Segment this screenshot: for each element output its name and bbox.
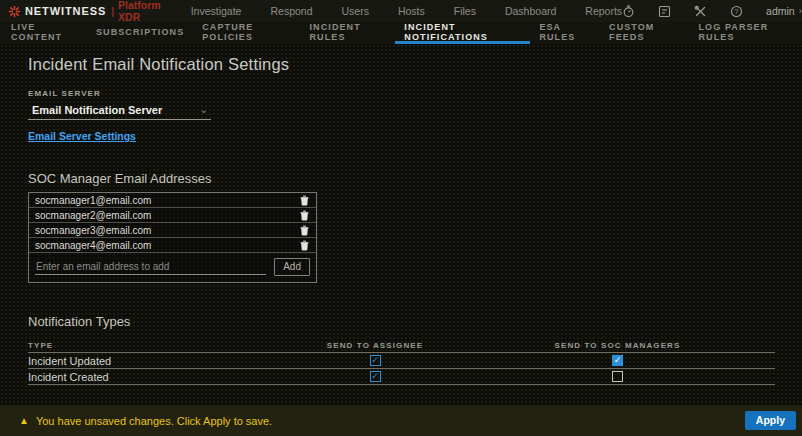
notification-types-table: TYPE SEND TO ASSIGNEE SEND TO SOC MANAGE… <box>28 338 775 385</box>
email-server-selected-value: Email Notification Server <box>32 104 162 116</box>
top-nav-dashboard[interactable]: Dashboard <box>505 5 556 17</box>
tab-live-content[interactable]: LIVE CONTENT <box>2 22 87 44</box>
email-address: socmanager3@email.com <box>35 225 151 236</box>
top-nav-files[interactable]: Files <box>454 5 476 17</box>
notification-type-name: Incident Updated <box>28 355 290 367</box>
column-type: TYPE <box>28 341 290 350</box>
top-nav-reports[interactable]: Reports <box>585 5 622 17</box>
top-nav-respond[interactable]: Respond <box>270 5 312 17</box>
send-to-assignee-checkbox-checked[interactable]: ✓ <box>370 371 381 382</box>
trash-icon[interactable] <box>299 225 310 236</box>
email-list-item: socmanager3@email.com <box>29 223 316 238</box>
chevron-down-icon: ⌄ <box>200 107 208 113</box>
brand-separator: | <box>111 5 114 17</box>
email-address: socmanager1@email.com <box>35 195 151 206</box>
brand-logo: NETWITNESS | Platform XDR <box>8 0 161 23</box>
tab-subscriptions[interactable]: SUBSCRIPTIONS <box>87 22 193 44</box>
help-icon[interactable]: ? <box>730 5 743 18</box>
apply-button[interactable]: Apply <box>745 411 796 430</box>
trash-icon[interactable] <box>299 240 310 251</box>
email-address: socmanager2@email.com <box>35 210 151 221</box>
notification-type-row: Incident Created✓ <box>28 369 775 385</box>
send-to-soc-managers-checkbox-unchecked[interactable] <box>612 371 623 382</box>
brand-name: NETWITNESS <box>25 5 106 17</box>
top-nav-investigate[interactable]: Investigate <box>191 5 242 17</box>
netwitness-spark-icon <box>8 5 21 18</box>
warning-icon: ▲ <box>19 416 29 426</box>
trash-icon[interactable] <box>299 195 310 206</box>
email-address: socmanager4@email.com <box>35 240 151 251</box>
chevron-right-icon: › <box>799 6 802 16</box>
user-menu[interactable]: admin › <box>766 5 802 17</box>
top-nav-hosts[interactable]: Hosts <box>398 5 425 17</box>
email-list-item: socmanager2@email.com <box>29 208 316 223</box>
trash-icon[interactable] <box>299 210 310 221</box>
primary-nav: InvestigateRespondUsersHostsFilesDashboa… <box>191 5 622 17</box>
top-bar: NETWITNESS | Platform XDR InvestigateRes… <box>0 0 802 22</box>
email-list-item: socmanager4@email.com <box>29 238 316 253</box>
email-server-select[interactable]: Email Notification Server ⌄ <box>28 102 211 120</box>
tab-incident-rules[interactable]: INCIDENT RULES <box>301 22 396 44</box>
top-bar-actions: ? admin › <box>622 5 802 18</box>
add-email-button[interactable]: Add <box>274 258 310 276</box>
soc-manager-email-list: socmanager1@email.comsocmanager2@email.c… <box>28 192 317 283</box>
email-input[interactable] <box>35 259 266 275</box>
report-icon[interactable] <box>658 5 671 18</box>
email-list-item: socmanager1@email.com <box>29 193 316 208</box>
tab-log-parser-rules[interactable]: LOG PARSER RULES <box>689 22 800 44</box>
column-send-to-assignee: SEND TO ASSIGNEE <box>290 341 460 350</box>
email-add-row: Add <box>29 253 316 282</box>
timer-icon[interactable] <box>622 5 635 18</box>
top-nav-users[interactable]: Users <box>342 5 369 17</box>
brand-product: Platform XDR <box>118 0 161 23</box>
content: Incident Email Notification Settings EMA… <box>0 44 802 385</box>
column-send-to-soc-managers: SEND TO SOC MANAGERS <box>460 341 775 350</box>
notification-type-name: Incident Created <box>28 371 290 383</box>
tab-capture-policies[interactable]: CAPTURE POLICIES <box>193 22 300 44</box>
email-server-label: EMAIL SERVER <box>28 89 774 98</box>
user-name: admin <box>766 5 795 17</box>
send-to-assignee-checkbox-checked[interactable]: ✓ <box>370 355 381 366</box>
svg-text:?: ? <box>735 8 739 15</box>
tools-icon[interactable] <box>694 5 707 18</box>
email-server-settings-link[interactable]: Email Server Settings <box>28 130 136 142</box>
admin-tabs: LIVE CONTENTSUBSCRIPTIONSCAPTURE POLICIE… <box>0 22 802 44</box>
tab-esa-rules[interactable]: ESA RULES <box>530 22 600 44</box>
warning-message: You have unsaved changes. Click Apply to… <box>36 415 272 427</box>
page-title: Incident Email Notification Settings <box>28 55 774 74</box>
tab-custom-feeds[interactable]: CUSTOM FEEDS <box>600 22 689 44</box>
notification-types-header: TYPE SEND TO ASSIGNEE SEND TO SOC MANAGE… <box>28 338 775 353</box>
unsaved-changes-bar: ▲ You have unsaved changes. Click Apply … <box>0 405 802 436</box>
soc-managers-heading: SOC Manager Email Addresses <box>28 171 774 186</box>
send-to-soc-managers-checkbox-checked[interactable]: ✓ <box>612 355 623 366</box>
notification-types-heading: Notification Types <box>28 314 774 329</box>
tab-incident-notifications[interactable]: INCIDENT NOTIFICATIONS <box>395 22 530 44</box>
notification-type-row: Incident Updated✓✓ <box>28 353 775 369</box>
